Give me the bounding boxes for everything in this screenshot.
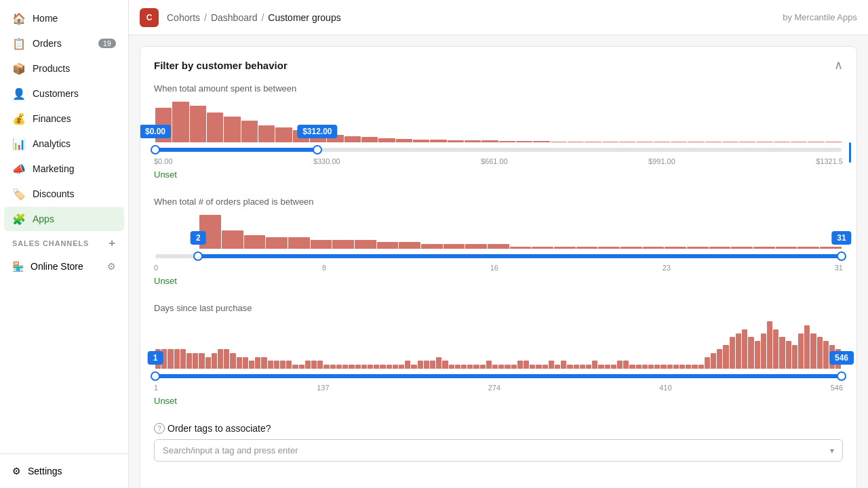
histogram-bar [510,247,532,249]
sidebar-item-analytics[interactable]: 📊 Analytics [4,131,124,156]
histogram-bar [399,242,420,249]
home-icon: 🏠 [12,12,26,25]
histogram-bar [748,337,753,369]
histogram-bar [424,361,429,369]
histogram-bar [292,365,298,369]
histogram-bar [224,117,240,142]
days-since-unset[interactable]: Unset [154,396,177,406]
histogram-bar [722,142,738,142]
histogram-bar [305,361,311,369]
store-icon: 🏪 [12,261,24,272]
orders-placed-left-value: 2 [191,231,206,245]
histogram-bar [418,361,423,369]
orders-icon: 📋 [12,37,26,50]
order-tags-label: Order tags to associate? [167,423,271,434]
histogram-bar [465,244,487,249]
sidebar-item-home[interactable]: 🏠 Home [4,6,124,30]
sidebar-item-label: Discounts [33,188,74,199]
histogram-bar [779,337,785,369]
days-since-bars [154,321,843,369]
analytics-icon: 📊 [12,137,26,150]
histogram-bar [255,357,260,369]
sidebar-item-online-store[interactable]: 🏪 Online Store ⚙ [4,256,124,277]
histogram-bar [258,125,275,142]
days-since-right-value: 546 [829,351,854,365]
histogram-bar [486,361,492,369]
histogram-bar [532,247,553,249]
app-logo: C [140,8,159,27]
histogram-bar [261,357,267,369]
topbar: C Cohorts / Dashboard / Customer groups … [129,0,868,35]
histogram-bar [380,365,385,369]
days-since-histogram: 1 546 1 137 274 410 546 [154,321,843,392]
histogram-bar [755,341,760,369]
histogram-bar [516,141,532,142]
histogram-bar [753,247,775,249]
histogram-bar [266,237,288,249]
histogram-bar [249,361,254,369]
histogram-bar [473,365,479,369]
histogram-bar [623,361,629,369]
sidebar-item-marketing[interactable]: 📣 Marketing [4,157,124,181]
histogram-bar [212,353,217,369]
histogram-bar [692,365,697,369]
histogram-bar [551,142,567,142]
histogram-bar [686,365,691,369]
amount-spent-filled [155,148,317,152]
histogram-bar [199,353,204,369]
sidebar-item-apps[interactable]: 🧩 Apps [4,207,124,231]
histogram-bar [730,337,735,369]
histogram-bar [810,333,816,369]
histogram-bar [567,365,572,369]
card-header: Filter by customer behavior ∧ [140,47,856,83]
histogram-bar [299,365,304,369]
sidebar-item-finances[interactable]: 💰 Finances [4,106,124,131]
histogram-bar [731,247,753,249]
histogram-bar [774,142,790,142]
amount-spent-left-thumb[interactable]: $0.00 [151,145,160,155]
order-tags-label-row: ? Order tags to associate? [154,423,843,434]
histogram-bar [643,247,665,249]
histogram-bar [274,361,279,369]
histogram-bar [797,247,819,249]
orders-placed-right-thumb[interactable]: 31 [837,251,846,261]
card-body: When total amount spent is between $0.00… [140,83,856,488]
sidebar-item-products[interactable]: 📦 Products [4,56,124,81]
histogram-bar [574,365,579,369]
amount-spent-unset[interactable]: Unset [154,169,177,180]
store-settings-icon[interactable]: ⚙ [107,261,116,272]
histogram-bar [792,345,797,369]
sidebar-item-settings[interactable]: ⚙ Settings [4,460,124,482]
amount-spent-right-thumb[interactable]: $312.00 [313,145,322,155]
sidebar-item-customers[interactable]: 👤 Customers [4,81,124,106]
sidebar-item-orders[interactable]: 📋 Orders 19 [4,31,124,56]
tags-input[interactable]: Search/input a tag and press enter ▾ [154,439,843,462]
histogram-bar [481,140,498,142]
histogram-bar [576,247,598,249]
amount-spent-right-value: $312.00 [297,125,337,138]
breadcrumb-cohorts[interactable]: Cohorts [167,12,200,23]
histogram-bar [405,361,410,369]
collapse-button[interactable]: ∧ [834,58,843,73]
histogram-bar [449,365,454,369]
histogram-bar [368,365,373,369]
orders-placed-left-thumb[interactable]: 2 [193,251,203,261]
sidebar-item-discounts[interactable]: 🏷️ Discounts [4,182,124,206]
histogram-bar [542,365,548,369]
days-since-right-thumb[interactable]: 546 [837,371,846,381]
histogram-bar [673,365,679,369]
histogram-bar [798,333,804,369]
breadcrumb-dashboard[interactable]: Dashboard [211,12,258,23]
histogram-bar [665,247,686,249]
histogram-bar [717,349,722,369]
histogram-bar [193,353,198,369]
histogram-bar [585,142,601,142]
days-since-section: Days since last purchase 1 546 [154,303,843,407]
histogram-bar [580,365,585,369]
histogram-bar [517,361,523,369]
orders-placed-unset[interactable]: Unset [154,276,177,286]
histogram-bar [268,361,273,369]
add-channel-button[interactable]: + [108,237,116,249]
histogram-bar [430,140,446,142]
days-since-left-thumb[interactable]: 1 [151,371,160,381]
